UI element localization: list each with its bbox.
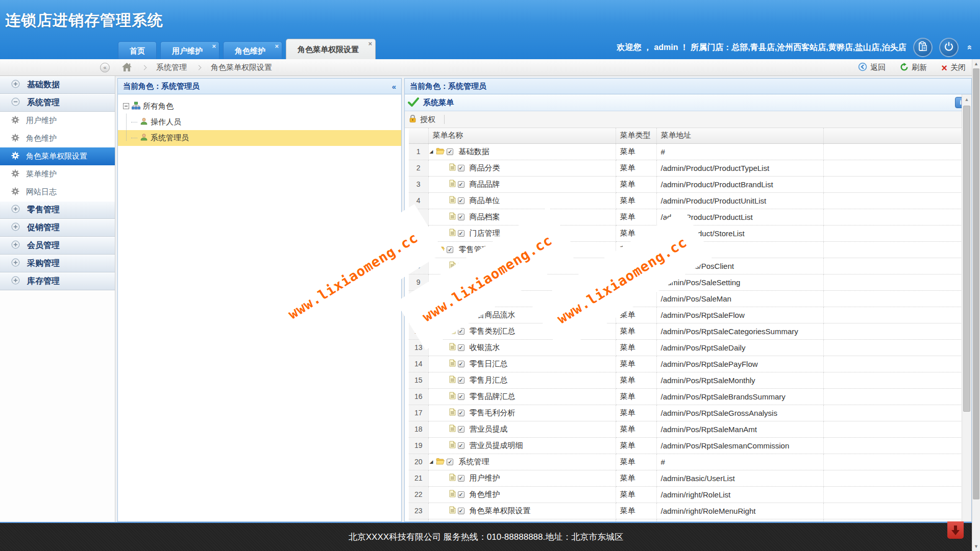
- blank-cell: [823, 209, 961, 225]
- tree-node-2[interactable]: 系统管理员: [118, 130, 401, 146]
- plus-circle-icon: [11, 240, 20, 251]
- checkbox[interactable]: ✓: [458, 410, 464, 416]
- sidebar-group-2[interactable]: 系统管理: [0, 94, 115, 112]
- grid-scrollbar-thumb[interactable]: [963, 106, 970, 412]
- checkbox[interactable]: ✓: [458, 393, 464, 400]
- menu-name: 商品品牌: [470, 180, 500, 189]
- header-right: 欢迎您 ， admin ！ 所属门店：总部,青县店,沧州西客站店,黄骅店,盐山店…: [617, 36, 972, 59]
- sidebar-item-5[interactable]: 网站日志: [0, 183, 115, 201]
- tab-1[interactable]: 首页: [118, 41, 157, 59]
- tab-close-icon[interactable]: ×: [368, 40, 372, 47]
- collapse-up-icon[interactable]: «: [964, 45, 974, 49]
- table-row[interactable]: 4 ✓商品单位 菜单 /admin/Product/ProductUnitLis…: [409, 192, 961, 209]
- table-row[interactable]: 3 ✓商品品牌 菜单 /admin/Product/ProductBrandLi…: [409, 176, 961, 192]
- checkbox[interactable]: ✓: [458, 361, 464, 367]
- window-scrollbar[interactable]: ▲ ▼: [972, 59, 980, 551]
- sidebar-group-6[interactable]: 采购管理: [0, 255, 115, 272]
- sidebar-group-5[interactable]: 会员管理: [0, 237, 115, 255]
- home-icon[interactable]: [121, 62, 132, 73]
- table-row[interactable]: 14 ✓零售日汇总 菜单 /admin/Pos/RptSalePayFlow: [409, 356, 961, 372]
- scroll-up-icon[interactable]: ▲: [962, 94, 971, 102]
- sidebar-group-7[interactable]: 库存管理: [0, 272, 115, 290]
- grid-scrollbar[interactable]: ▲: [962, 94, 971, 521]
- panel-collapse-icon[interactable]: «: [392, 82, 396, 91]
- checkbox[interactable]: ✓: [458, 344, 464, 351]
- tree-node-1[interactable]: 操作人员: [118, 114, 401, 130]
- close-button[interactable]: ×关闭: [941, 63, 966, 73]
- grid-header-name[interactable]: 菜单名称: [428, 128, 616, 143]
- scroll-bottom-ribbon[interactable]: [947, 521, 964, 539]
- checkbox[interactable]: ✓: [458, 214, 464, 220]
- checkbox[interactable]: ✓: [447, 459, 453, 465]
- tab-label: 用户维护: [172, 46, 203, 55]
- file-icon: [449, 424, 456, 434]
- scroll-up-icon[interactable]: ▲: [972, 61, 980, 66]
- tab-close-icon[interactable]: ×: [212, 43, 216, 49]
- sidebar-group-label: 库存管理: [27, 276, 60, 287]
- sidebar-group-1[interactable]: 基础数据: [0, 76, 115, 94]
- checkbox[interactable]: ✓: [458, 377, 464, 384]
- menu-name: 角色维护: [470, 490, 500, 499]
- clipboard-button[interactable]: [913, 38, 933, 57]
- table-row[interactable]: 17 ✓零售毛利分析 菜单 /admin/Pos/RptSaleGrossAna…: [409, 405, 961, 421]
- breadcrumb-item[interactable]: 角色菜单权限设置: [211, 63, 272, 72]
- grid-header-type[interactable]: 菜单类型: [616, 128, 656, 143]
- table-row[interactable]: 24 ✓菜单维护 菜单 /admin/right/MenuList: [409, 519, 961, 521]
- refresh-button[interactable]: 刷新: [900, 63, 927, 73]
- checkbox[interactable]: ✓: [458, 230, 464, 237]
- checkbox[interactable]: ✓: [458, 491, 464, 498]
- sidebar-collapse-button[interactable]: «: [100, 63, 110, 72]
- table-row[interactable]: 18 ✓营业员提成 菜单 /admin/Pos/RptSaleManAmt: [409, 421, 961, 437]
- checkbox[interactable]: ✓: [447, 148, 453, 155]
- tab-3[interactable]: 角色维护×: [223, 41, 282, 59]
- checkbox[interactable]: ✓: [458, 197, 464, 204]
- table-row[interactable]: 22 ✓角色维护 菜单 /admin/right/RoleList: [409, 486, 961, 503]
- tab-4[interactable]: 角色菜单权限设置×: [286, 39, 376, 59]
- table-row[interactable]: 11 ✓零售商品流水 菜单 /admin/Pos/RptSaleFlow: [409, 307, 961, 323]
- menu-name: 用户维护: [470, 473, 500, 483]
- sidebar-group-4[interactable]: 促销管理: [0, 219, 115, 237]
- app-header: 连锁店进销存管理系统 欢迎您 ， admin ！ 所属门店：总部,青县店,沧州西…: [0, 0, 980, 59]
- table-row[interactable]: 15 ✓零售月汇总 菜单 /admin/Pos/RptSaleMonthly: [409, 372, 961, 388]
- tab-close-icon[interactable]: ×: [275, 43, 279, 49]
- checkbox[interactable]: ✓: [458, 442, 464, 449]
- table-row[interactable]: 20 ◢✓系统管理 菜单 #: [409, 454, 961, 470]
- table-row[interactable]: 2 ✓商品分类 菜单 /admin/Product/ProductTypeLis…: [409, 160, 961, 176]
- menu-panel-header: 当前角色：系统管理员: [405, 79, 971, 94]
- table-row[interactable]: 13 ✓收银流水 菜单 /admin/Pos/RptSaleDaily: [409, 339, 961, 356]
- sidebar-group-3[interactable]: 零售管理: [0, 201, 115, 219]
- checkbox[interactable]: ✓: [447, 246, 453, 253]
- plus-circle-icon: [11, 205, 20, 215]
- authorize-button[interactable]: 授权: [409, 114, 435, 124]
- tab-2[interactable]: 用户维护×: [160, 41, 219, 59]
- scroll-down-icon[interactable]: ▼: [972, 544, 980, 549]
- power-button[interactable]: [939, 38, 959, 57]
- table-row[interactable]: 12 ✓零售类别汇总 菜单 /admin/Pos/RptSaleCategori…: [409, 323, 961, 339]
- table-row[interactable]: 1 ◢✓基础数据 菜单 #: [409, 143, 961, 160]
- expand-icon[interactable]: ◢: [430, 149, 433, 154]
- expand-icon[interactable]: ◢: [430, 459, 433, 464]
- table-row[interactable]: 23 ✓角色菜单权限设置 菜单 /admin/right/RoleMenuRig…: [409, 503, 961, 519]
- breadcrumb-item[interactable]: 系统管理: [156, 63, 187, 72]
- sidebar-item-2[interactable]: 角色维护: [0, 130, 115, 147]
- tab-label: 角色维护: [235, 46, 265, 55]
- table-row[interactable]: 19 ✓营业员提成明细 菜单 /admin/Pos/RptSalesmanCom…: [409, 437, 961, 454]
- collapse-box-icon[interactable]: [123, 102, 129, 111]
- checkbox[interactable]: ✓: [458, 475, 464, 482]
- menu-name: 商品档案: [470, 212, 500, 222]
- checkbox[interactable]: ✓: [458, 508, 464, 514]
- window-scrollbar-thumb[interactable]: [973, 68, 979, 499]
- table-row[interactable]: 16 ✓零售品牌汇总 菜单 /admin/Pos/RptSaleBrandsSu…: [409, 388, 961, 405]
- sidebar-item-3[interactable]: 角色菜单权限设置: [0, 147, 115, 165]
- checkbox[interactable]: ✓: [458, 165, 464, 171]
- checkbox[interactable]: ✓: [458, 181, 464, 188]
- blank-cell: [823, 225, 961, 241]
- sidebar-item-4[interactable]: 菜单维护: [0, 165, 115, 183]
- checkbox[interactable]: ✓: [458, 426, 464, 433]
- back-button[interactable]: 返回: [858, 62, 886, 73]
- table-row[interactable]: 21 ✓用户维护 菜单 /admin/Basic/UserList: [409, 470, 961, 486]
- tree-node-root[interactable]: 所有角色: [118, 98, 401, 114]
- blank-cell: [823, 356, 961, 372]
- sidebar-item-1[interactable]: 用户维护: [0, 112, 115, 130]
- grid-header-url[interactable]: 菜单地址: [656, 128, 823, 143]
